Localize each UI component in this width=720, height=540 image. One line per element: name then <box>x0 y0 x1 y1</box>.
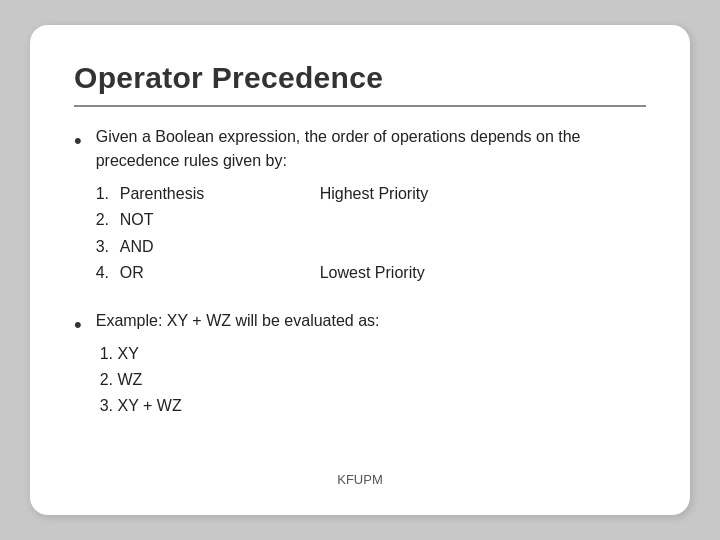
slide-title: Operator Precedence <box>74 61 646 95</box>
num-1: 1. <box>96 181 120 207</box>
footer: KFUPM <box>74 472 646 487</box>
item-label-1: Parenthesis <box>120 181 280 207</box>
slide: Operator Precedence • Given a Boolean ex… <box>30 25 690 515</box>
list-item-3: 3. AND <box>96 234 646 260</box>
item-label-2: NOT <box>120 207 280 233</box>
bullet-1-intro: Given a Boolean expression, the order of… <box>96 125 646 173</box>
divider <box>74 105 646 107</box>
example-list: 1. XY 2. WZ 3. XY + WZ <box>100 341 380 420</box>
list-item-4: 4. OR Lowest Priority <box>96 260 646 286</box>
bullet-1-body: Given a Boolean expression, the order of… <box>96 125 646 287</box>
item-label-4: OR <box>120 260 280 286</box>
num-2: 2. <box>96 207 120 233</box>
example-item-2: 2. WZ <box>100 367 380 393</box>
bullet-dot-2: • <box>74 310 82 341</box>
item-priority-1: Highest Priority <box>320 181 428 207</box>
bullet-dot-1: • <box>74 126 82 157</box>
list-item-2: 2. NOT <box>96 207 646 233</box>
bullet-2-body: Example: XY + WZ will be evaluated as: 1… <box>96 309 380 420</box>
item-label-3: AND <box>120 234 280 260</box>
bullet-section-2: • Example: XY + WZ will be evaluated as:… <box>74 309 646 420</box>
list-item-1: 1. Parenthesis Highest Priority <box>96 181 646 207</box>
bullet-section-1: • Given a Boolean expression, the order … <box>74 125 646 287</box>
numbered-list-1: 1. Parenthesis Highest Priority 2. NOT 3… <box>96 181 646 287</box>
bullet-2-intro: Example: XY + WZ will be evaluated as: <box>96 309 380 333</box>
num-3: 3. <box>96 234 120 260</box>
example-item-1: 1. XY <box>100 341 380 367</box>
num-4: 4. <box>96 260 120 286</box>
example-item-3: 3. XY + WZ <box>100 393 380 419</box>
slide-content: • Given a Boolean expression, the order … <box>74 125 646 464</box>
item-priority-4: Lowest Priority <box>320 260 425 286</box>
